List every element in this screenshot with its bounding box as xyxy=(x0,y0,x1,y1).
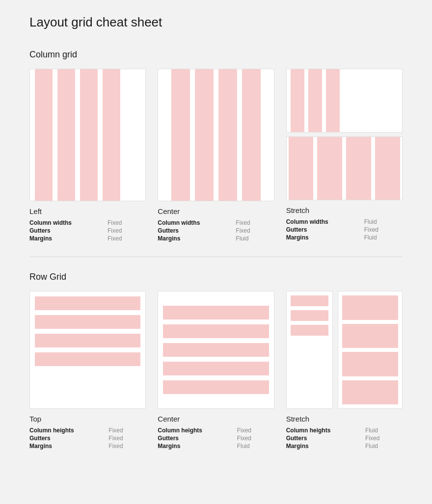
s-col-3 xyxy=(326,69,340,132)
cr-bottom-space xyxy=(158,394,273,408)
s-col-1b xyxy=(289,137,314,200)
section-divider xyxy=(29,257,403,257)
top-rows-inner xyxy=(30,292,145,408)
row-grid-heading: Row Grid xyxy=(29,272,403,282)
crow-3 xyxy=(163,343,269,357)
center-row-preview xyxy=(158,291,274,409)
col-4 xyxy=(242,69,261,201)
col-1 xyxy=(171,69,190,201)
left-prop-val-1: Fixed xyxy=(108,219,146,226)
top-row-prop-name-2: Gutters xyxy=(29,435,97,442)
cr-gap-4 xyxy=(158,375,273,380)
stretch-row-item: Stretch Column heights Fluid Gutters Fix… xyxy=(286,291,403,450)
stretch-grid-item: Stretch Column widths Fluid Gutters Fixe… xyxy=(286,69,403,242)
center-row-prop-val-1: Fixed xyxy=(237,427,274,434)
r-gap-3 xyxy=(30,347,145,352)
stretch-prop-name-1: Column widths xyxy=(286,218,352,225)
column-grid-heading: Column grid xyxy=(29,50,403,60)
row-4 xyxy=(35,352,140,366)
s-gap-2b xyxy=(342,137,346,200)
center-cols-inner xyxy=(158,69,273,201)
stretch-row-left-preview xyxy=(286,291,333,409)
s-col-1 xyxy=(291,69,304,132)
gap-3 xyxy=(237,69,242,201)
stretch-row-prop-val-3: Fluid xyxy=(365,443,403,450)
stretch-row-right-preview xyxy=(338,291,403,409)
center-rows-inner xyxy=(158,292,273,408)
cr-top-space xyxy=(158,292,273,306)
col-3 xyxy=(80,69,98,201)
stretch-row-label: Stretch xyxy=(286,415,403,423)
left-prop-name-3: Margins xyxy=(29,235,96,242)
center-prop-val-3: Fluid xyxy=(236,235,274,242)
s-col-2 xyxy=(308,69,322,132)
r-remainder xyxy=(30,366,145,408)
left-grid-preview xyxy=(29,69,146,201)
gap-2 xyxy=(75,69,80,201)
center-row-props: Column heights Fixed Gutters Fixed Margi… xyxy=(158,427,274,450)
s-col-4b xyxy=(375,137,400,200)
cr-gap-1 xyxy=(158,319,273,324)
center-row-prop-val-3: Fluid xyxy=(237,443,274,450)
r-gap-1 xyxy=(30,310,145,315)
sr-remainder xyxy=(287,336,332,408)
top-row-prop-val-2: Fixed xyxy=(108,435,146,442)
row-3 xyxy=(35,334,140,347)
left-prop-val-2: Fixed xyxy=(108,227,146,234)
left-prop-name-2: Gutters xyxy=(29,227,96,234)
srr-row-4 xyxy=(342,380,398,405)
stretch-row-preview-group xyxy=(286,291,403,409)
stretch-prop-name-2: Gutters xyxy=(286,226,352,233)
s-gap-1 xyxy=(304,69,308,132)
cr-gap-2 xyxy=(158,338,273,343)
center-row-item: Center Column heights Fixed Gutters Fixe… xyxy=(158,291,274,450)
center-props: Column widths Fixed Gutters Fixed Margin… xyxy=(158,219,274,242)
row-2 xyxy=(35,315,140,329)
s-gap-1b xyxy=(313,137,317,200)
stretch-prop-val-3: Fluid xyxy=(364,234,403,241)
gap-2 xyxy=(214,69,218,201)
stretch-bottom-preview xyxy=(286,136,403,200)
srr-row-2 xyxy=(342,324,398,348)
gap-1 xyxy=(53,69,57,201)
stretch-prop-name-3: Margins xyxy=(286,234,352,241)
stretch-row-prop-val-2: Fixed xyxy=(365,435,403,442)
center-row-prop-val-2: Fixed xyxy=(237,435,274,442)
gap-1 xyxy=(190,69,195,201)
center-label: Center xyxy=(158,207,274,215)
top-row-prop-val-1: Fixed xyxy=(108,427,146,434)
s-gap-2 xyxy=(322,69,326,132)
stretch-props: Column widths Fluid Gutters Fixed Margin… xyxy=(286,218,403,241)
center-prop-name-1: Column widths xyxy=(158,219,224,226)
left-label: Left xyxy=(29,207,146,215)
center-grid-preview xyxy=(158,69,274,201)
center-row-prop-name-2: Gutters xyxy=(158,435,225,442)
stretch-right-rows xyxy=(338,292,402,408)
srr-row-3 xyxy=(342,352,398,376)
stretch-prop-val-1: Fluid xyxy=(364,218,403,225)
col-1 xyxy=(35,69,53,201)
cr-gap-3 xyxy=(158,357,273,362)
sr-row-2 xyxy=(291,310,328,321)
stretch-prop-val-2: Fixed xyxy=(364,226,403,233)
stretch-row-prop-name-2: Gutters xyxy=(286,435,353,442)
center-prop-val-1: Fixed xyxy=(236,219,274,226)
stretch-left-rows xyxy=(287,292,332,408)
stretch-row-prop-name-1: Column heights xyxy=(286,427,353,434)
top-row-prop-name-3: Margins xyxy=(29,443,97,450)
row-grid-row: Top Column heights Fixed Gutters Fixed M… xyxy=(29,291,403,450)
stretch-row-props: Column heights Fluid Gutters Fixed Margi… xyxy=(286,427,403,450)
stretch-top-preview xyxy=(286,69,403,133)
sr-gap-1 xyxy=(287,306,332,310)
left-props: Column widths Fixed Gutters Fixed Margin… xyxy=(29,219,146,242)
stretch-top-cols xyxy=(287,69,402,132)
sr-gap-2 xyxy=(287,321,332,325)
left-cols-inner xyxy=(30,69,145,201)
page-title: Layout grid cheat sheet xyxy=(29,15,403,30)
col-4 xyxy=(103,69,120,201)
stretch-bottom-cols xyxy=(287,137,402,200)
left-prop-val-3: Fixed xyxy=(108,235,146,242)
row-1 xyxy=(35,296,140,310)
left-grid-item: Left Column widths Fixed Gutters Fixed M… xyxy=(29,69,146,242)
s-col-3b xyxy=(346,137,371,200)
